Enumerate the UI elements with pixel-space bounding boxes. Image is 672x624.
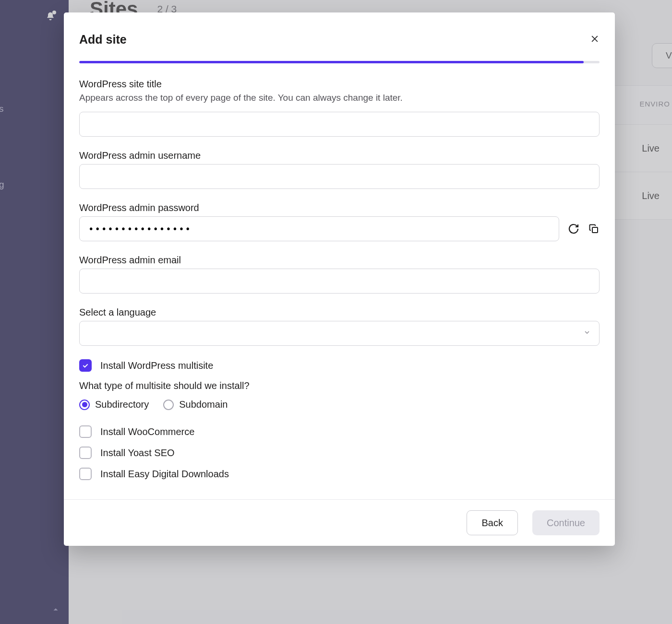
admin-username-input[interactable] — [79, 164, 600, 189]
admin-email-label: WordPress admin email — [79, 255, 600, 266]
continue-button[interactable]: Continue — [532, 510, 600, 535]
edd-checkbox[interactable] — [79, 468, 92, 480]
yoast-checkbox[interactable] — [79, 447, 92, 459]
add-site-modal: Add site WordPress site title Appears ac… — [64, 12, 615, 546]
svg-rect-0 — [592, 227, 598, 233]
progress-fill — [79, 61, 584, 63]
admin-username-label: WordPress admin username — [79, 150, 600, 161]
radio-subdomain[interactable]: Subdomain — [163, 399, 228, 410]
woocommerce-label: Install WooCommerce — [100, 426, 194, 437]
radio-input[interactable] — [163, 400, 174, 410]
radio-label: Subdirectory — [95, 399, 149, 410]
radio-input[interactable] — [79, 400, 90, 410]
admin-password-label: WordPress admin password — [79, 202, 600, 213]
modal-title: Add site — [79, 33, 127, 47]
language-label: Select a language — [79, 307, 600, 318]
site-title-input[interactable] — [79, 112, 600, 137]
edd-label: Install Easy Digital Downloads — [100, 469, 229, 480]
admin-email-input[interactable] — [79, 269, 600, 294]
close-icon[interactable] — [590, 34, 600, 46]
multisite-label: Install WordPress multisite — [100, 360, 213, 371]
back-button[interactable]: Back — [467, 510, 517, 535]
site-title-hint: Appears across the top of every page of … — [79, 93, 600, 103]
regenerate-password-icon[interactable] — [568, 223, 579, 235]
radio-subdirectory[interactable]: Subdirectory — [79, 399, 149, 410]
multisite-checkbox[interactable] — [79, 359, 92, 372]
admin-password-input[interactable] — [79, 216, 559, 241]
copy-password-icon[interactable] — [588, 223, 600, 235]
radio-label: Subdomain — [179, 399, 228, 410]
multisite-type-question: What type of multisite should we install… — [79, 380, 600, 391]
yoast-label: Install Yoast SEO — [100, 447, 175, 459]
progress-bar — [79, 61, 600, 63]
woocommerce-checkbox[interactable] — [79, 425, 92, 438]
language-select[interactable] — [79, 321, 600, 346]
site-title-label: WordPress site title — [79, 79, 600, 90]
